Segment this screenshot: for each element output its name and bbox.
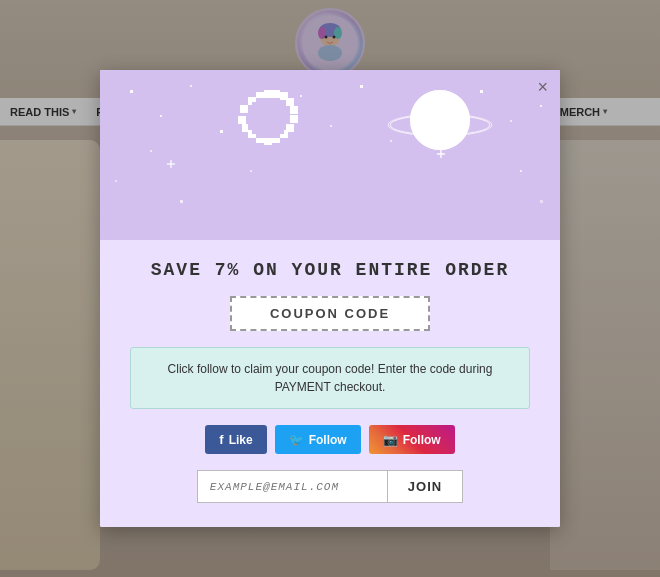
modal-body: SAVE 7% ON YOUR ENTIRE ORDER COUPON CODE… <box>100 240 560 527</box>
info-text: Click follow to claim your coupon code! … <box>168 362 493 394</box>
svg-rect-31 <box>437 153 445 155</box>
modal-header <box>100 70 560 240</box>
svg-rect-50 <box>238 116 246 124</box>
twitter-follow-button[interactable]: 🐦 Follow <box>275 425 361 454</box>
svg-rect-16 <box>360 85 363 88</box>
social-buttons-row: f Like 🐦 Follow 📷 Follow <box>130 425 530 454</box>
svg-rect-21 <box>510 120 512 122</box>
facebook-like-button[interactable]: f Like <box>205 425 266 454</box>
twitter-icon: 🐦 <box>289 433 304 447</box>
join-button[interactable]: JOIN <box>387 470 463 503</box>
svg-rect-41 <box>290 106 298 114</box>
svg-rect-17 <box>390 140 392 142</box>
svg-rect-12 <box>220 130 223 133</box>
modal: × <box>100 70 560 527</box>
coupon-code-box: COUPON CODE <box>230 296 430 331</box>
svg-rect-8 <box>100 70 560 240</box>
twitter-follow-label: Follow <box>309 433 347 447</box>
svg-rect-38 <box>272 90 280 98</box>
modal-close-button[interactable]: × <box>537 78 548 96</box>
svg-rect-52 <box>248 106 256 130</box>
svg-rect-53 <box>256 98 280 106</box>
instagram-follow-label: Follow <box>403 433 441 447</box>
svg-rect-22 <box>540 105 542 107</box>
background: SO AESTHETIC READ THIS ▾ REVIEWS ▾ COLLE… <box>0 0 660 577</box>
svg-rect-11 <box>190 85 192 87</box>
email-join-row: JOIN <box>130 470 530 503</box>
info-box: Click follow to claim your coupon code! … <box>130 347 530 409</box>
svg-rect-51 <box>252 102 284 134</box>
svg-rect-42 <box>290 115 298 123</box>
svg-point-59 <box>411 91 469 149</box>
svg-rect-13 <box>150 150 152 152</box>
svg-rect-9 <box>130 90 133 93</box>
svg-rect-20 <box>480 90 483 93</box>
svg-rect-14 <box>300 95 302 97</box>
svg-rect-26 <box>520 170 522 172</box>
svg-rect-24 <box>180 200 183 203</box>
svg-rect-33 <box>167 163 175 165</box>
svg-rect-27 <box>540 200 543 203</box>
modal-overlay: × <box>0 0 660 577</box>
svg-rect-40 <box>286 98 294 106</box>
svg-rect-10 <box>160 115 162 117</box>
svg-rect-34 <box>240 105 248 113</box>
email-input[interactable] <box>197 470 387 503</box>
space-scene <box>100 70 560 240</box>
svg-rect-54 <box>256 130 280 138</box>
instagram-icon: 📷 <box>383 433 398 447</box>
facebook-icon: f <box>219 432 223 447</box>
svg-rect-46 <box>264 137 272 145</box>
svg-rect-37 <box>264 90 272 98</box>
modal-headline: SAVE 7% ON YOUR ENTIRE ORDER <box>130 260 530 280</box>
facebook-like-label: Like <box>229 433 253 447</box>
coupon-label: COUPON CODE <box>270 306 390 321</box>
svg-rect-15 <box>330 125 332 127</box>
svg-rect-23 <box>115 180 117 182</box>
svg-rect-25 <box>250 170 252 172</box>
instagram-follow-button[interactable]: 📷 Follow <box>369 425 455 454</box>
